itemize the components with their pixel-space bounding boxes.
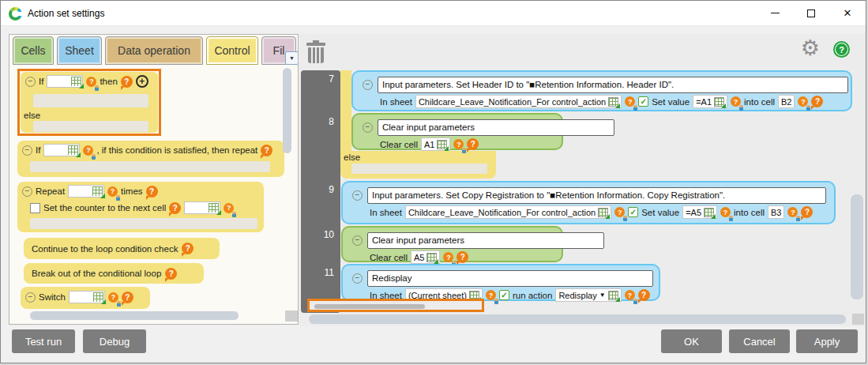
formula-helper-icon[interactable] bbox=[224, 203, 234, 213]
cell-picker-icon[interactable] bbox=[608, 291, 618, 300]
loop-drop-slot[interactable] bbox=[30, 161, 270, 172]
cell-picker-icon[interactable] bbox=[92, 186, 103, 196]
cell-chip[interactable]: B3 bbox=[768, 205, 784, 219]
value-chip[interactable]: =A1 bbox=[693, 95, 727, 108]
collapse-icon[interactable] bbox=[25, 77, 36, 87]
cell-picker-icon[interactable] bbox=[714, 97, 724, 107]
collapse-icon[interactable] bbox=[22, 186, 32, 197]
cell-picker-icon[interactable] bbox=[704, 208, 714, 217]
help-icon[interactable] bbox=[801, 206, 813, 218]
cell-picker-icon[interactable] bbox=[71, 77, 81, 86]
collapse-icon[interactable] bbox=[363, 80, 373, 90]
step-comment-input[interactable]: Clear input parameters bbox=[367, 232, 604, 249]
palette-if-block[interactable]: If then else bbox=[21, 72, 158, 133]
help-icon[interactable] bbox=[122, 292, 133, 303]
help-icon[interactable] bbox=[182, 243, 194, 254]
step-10-block[interactable]: Clear input parameters Clear cell A5 bbox=[341, 226, 563, 262]
collapse-icon[interactable] bbox=[363, 122, 373, 133]
formula-helper-icon[interactable] bbox=[798, 96, 808, 107]
sheet-chip[interactable]: Childcare_Leave_Notification_For control… bbox=[415, 95, 622, 108]
value-chip[interactable]: =A5 bbox=[682, 205, 717, 219]
collapse-icon[interactable] bbox=[352, 235, 363, 246]
minimize-button[interactable] bbox=[757, 1, 793, 25]
count-cell-input[interactable] bbox=[68, 185, 104, 198]
condition-cell-input[interactable] bbox=[47, 75, 83, 88]
help-icon[interactable] bbox=[146, 186, 158, 198]
formula-helper-icon[interactable] bbox=[614, 207, 625, 217]
test-run-button[interactable]: Test run bbox=[12, 329, 75, 353]
counter-cell-input[interactable] bbox=[184, 201, 220, 214]
palette-while-block[interactable]: If , if this condition is satisfied, the… bbox=[17, 141, 284, 177]
trash-icon[interactable] bbox=[306, 40, 326, 64]
step-comment-input[interactable]: Input parameters. Set Header ID to "■Ret… bbox=[378, 77, 848, 93]
canvas-horizontal-scrollbar[interactable] bbox=[309, 314, 846, 324]
left-vertical-scrollbar[interactable] bbox=[283, 68, 291, 153]
step-8-block[interactable]: Clear input parameters Clear cell A1 bbox=[351, 113, 563, 150]
formula-helper-icon[interactable] bbox=[453, 139, 464, 149]
help-icon[interactable] bbox=[811, 96, 823, 107]
cell-chip[interactable]: A5 bbox=[411, 250, 440, 264]
checked-checkbox-icon[interactable] bbox=[638, 96, 648, 107]
tab-sheet[interactable]: Sheet bbox=[57, 36, 102, 65]
debug-button[interactable]: Debug bbox=[83, 329, 146, 353]
switch-cell-input[interactable] bbox=[69, 291, 105, 303]
formula-helper-icon[interactable] bbox=[625, 96, 635, 107]
formula-helper-icon[interactable] bbox=[720, 207, 731, 217]
palette-repeat-block[interactable]: Repeat times Set the counter to the next… bbox=[17, 182, 264, 232]
cell-picker-icon[interactable] bbox=[93, 292, 103, 302]
formula-helper-icon[interactable] bbox=[625, 290, 635, 300]
step-7-block[interactable]: Input parameters. Set Header ID to "■Ret… bbox=[351, 70, 852, 111]
condition-cell-input[interactable] bbox=[43, 144, 80, 156]
step-9-block[interactable]: Input parameters. Set Copy Registration … bbox=[341, 181, 836, 224]
collapse-icon[interactable] bbox=[25, 292, 36, 303]
left-horizontal-scrollbar[interactable] bbox=[30, 311, 239, 320]
help-icon[interactable] bbox=[457, 251, 468, 263]
formula-helper-icon[interactable] bbox=[107, 186, 118, 197]
sheet-chip[interactable]: Childcare_Leave_Notification_For control… bbox=[405, 205, 611, 219]
repeat-drop-slot[interactable] bbox=[30, 218, 257, 229]
palette-break-block[interactable]: Break out of the conditional loop bbox=[24, 263, 204, 284]
help-icon[interactable] bbox=[165, 268, 177, 280]
tab-control[interactable]: Control bbox=[206, 36, 258, 65]
cell-picker-icon[interactable] bbox=[68, 145, 78, 155]
cancel-button[interactable]: Cancel bbox=[729, 329, 790, 353]
formula-helper-icon[interactable] bbox=[731, 96, 741, 107]
formula-helper-icon[interactable] bbox=[486, 290, 496, 300]
step-comment-input[interactable]: Input parameters. Set Copy Registration … bbox=[367, 187, 826, 204]
help-icon[interactable] bbox=[638, 289, 650, 301]
apply-button[interactable]: Apply bbox=[796, 329, 858, 353]
then-drop-slot[interactable] bbox=[33, 94, 148, 107]
cell-chip[interactable]: B2 bbox=[778, 95, 795, 108]
collapse-icon[interactable] bbox=[352, 273, 363, 284]
checked-checkbox-icon[interactable] bbox=[499, 290, 509, 300]
cell-picker-icon[interactable] bbox=[426, 253, 437, 262]
else-drop-slot[interactable] bbox=[351, 164, 487, 174]
cell-picker-icon[interactable] bbox=[608, 97, 618, 107]
help-icon[interactable] bbox=[169, 202, 181, 214]
ok-button[interactable]: OK bbox=[661, 329, 722, 353]
help-icon[interactable] bbox=[121, 76, 133, 88]
help-icon[interactable] bbox=[261, 145, 272, 156]
collapse-icon[interactable] bbox=[352, 190, 363, 201]
cell-chip[interactable]: A1 bbox=[421, 137, 450, 151]
tab-overflow-button[interactable]: ▼ bbox=[285, 51, 299, 65]
cell-picker-icon[interactable] bbox=[437, 140, 447, 149]
help-green-icon[interactable] bbox=[833, 41, 850, 58]
else-drop-slot[interactable] bbox=[33, 121, 148, 132]
formula-helper-icon[interactable] bbox=[108, 292, 118, 303]
add-branch-icon[interactable] bbox=[136, 75, 148, 88]
tab-data-operation[interactable]: Data operation bbox=[105, 36, 203, 65]
tab-cells[interactable]: Cells bbox=[13, 36, 54, 65]
step-comment-input[interactable]: Redisplay bbox=[367, 270, 653, 287]
gear-icon[interactable]: ⚙ bbox=[801, 36, 820, 60]
formula-helper-icon[interactable] bbox=[86, 77, 96, 87]
step-comment-input[interactable]: Clear input parameters bbox=[378, 119, 614, 136]
counter-checkbox[interactable] bbox=[30, 203, 40, 213]
step-11-block[interactable]: Redisplay In sheet (Current sheet) run a… bbox=[341, 264, 660, 301]
action-dropdown[interactable]: Redisplay▼ bbox=[555, 288, 621, 302]
help-icon[interactable] bbox=[467, 138, 479, 150]
checked-checkbox-icon[interactable] bbox=[628, 207, 638, 217]
canvas-vertical-scrollbar[interactable] bbox=[851, 194, 863, 299]
formula-helper-icon[interactable] bbox=[787, 207, 798, 217]
collapse-icon[interactable] bbox=[22, 145, 32, 156]
